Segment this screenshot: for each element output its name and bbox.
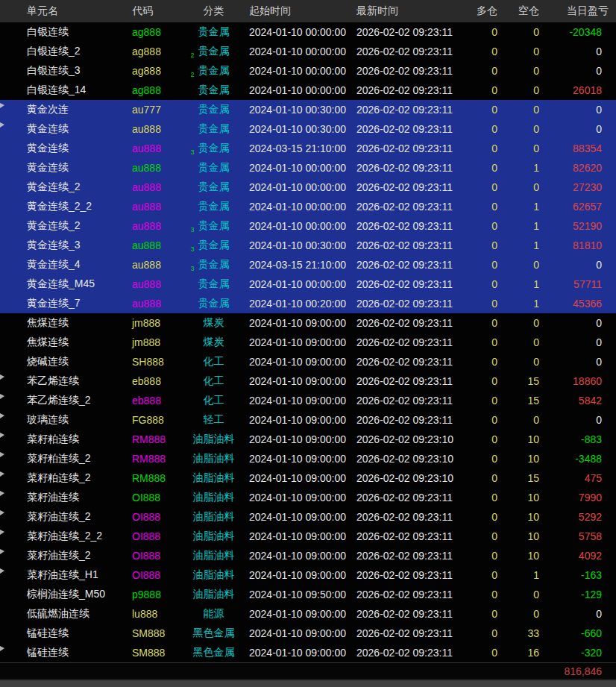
unit-name-cell: 焦煤连续 <box>27 336 69 348</box>
daily-pnl-cell: 0 <box>542 336 616 348</box>
start-time-cell: 2024-01-10 00:00:00 <box>248 26 356 38</box>
long-pos-cell: 0 <box>462 433 500 445</box>
unit-name-cell: 白银连续_14 <box>27 84 86 95</box>
latest-time-cell: 2026-02-02 09:23:11 <box>356 142 462 154</box>
unit-name-cell: 菜籽油连续_2 <box>27 510 91 522</box>
short-pos-cell: 0 <box>500 414 542 426</box>
short-pos-cell: 1 <box>500 569 542 581</box>
daily-pnl-cell: 475 <box>542 472 616 484</box>
latest-time-cell: 2026-02-02 09:23:11 <box>356 356 462 368</box>
table-row[interactable]: 黄金连续_4 au888 3 贵金属 2024-03-15 21:10:00 2… <box>0 255 616 275</box>
table-row[interactable]: 黄金连续_M45 au888 贵金属 2024-01-10 00:00:00 2… <box>0 275 616 294</box>
long-pos-cell: 0 <box>462 181 500 193</box>
short-pos-cell: 1 <box>500 162 542 174</box>
bottom-scrollbar[interactable] <box>0 680 616 687</box>
code-cell: OI888 <box>132 569 160 581</box>
unit-name-cell: 苯乙烯连续_2 <box>27 394 91 406</box>
latest-time-cell: 2026-02-02 09:23:11 <box>356 162 462 174</box>
table-row[interactable]: 低硫燃油连续 lu888 能源 2024-01-10 09:00:00 2026… <box>0 604 616 624</box>
table-row[interactable]: 烧碱连续 SH888 化工 2024-01-10 09:00:00 2026-0… <box>0 352 616 371</box>
short-pos-cell: 1 <box>500 239 542 251</box>
table-row[interactable]: 菜籽粕连续 RM888 油脂油料 2024-01-10 09:00:00 202… <box>0 430 616 449</box>
table-row[interactable]: 棕榈油连续_M50 p9888 油脂油料 2024-01-10 09:50:00… <box>0 585 616 604</box>
short-pos-cell: 1 <box>500 201 542 213</box>
col-header-short-pos[interactable]: 空仓 <box>500 4 542 18</box>
row-pointer-icon <box>0 549 4 554</box>
daily-pnl-cell: 0 <box>542 608 616 620</box>
table-row[interactable]: 黄金连续 au888 贵金属 2024-01-10 00:00:00 2026-… <box>0 158 616 178</box>
col-header-start-time[interactable]: 起始时间 <box>248 4 356 18</box>
latest-time-cell: 2026-02-02 09:23:10 <box>356 433 462 445</box>
latest-time-cell: 2026-02-02 09:23:11 <box>356 589 462 600</box>
unit-name-cell: 苯乙烯连续 <box>27 374 79 386</box>
table-row[interactable]: 玻璃连续 FG888 轻工 2024-01-10 09:00:00 2026-0… <box>0 410 616 430</box>
table-row[interactable]: 白银连续_3 ag888 2 贵金属 2024-01-10 00:00:00 2… <box>0 61 616 81</box>
table-row[interactable]: 白银连续 ag888 贵金属 2024-01-10 00:00:00 2026-… <box>0 22 616 42</box>
long-pos-cell: 0 <box>462 589 500 600</box>
table-row[interactable]: 焦煤连续 jm888 煤炭 2024-01-10 09:00:00 2026-0… <box>0 333 616 352</box>
category-sub-number: 3 <box>191 149 195 155</box>
category-label: 油脂油料 <box>193 549 235 561</box>
col-header-daily-pnl[interactable]: 当日盈亏 <box>542 4 616 18</box>
code-cell: jm888 <box>132 336 160 348</box>
row-pointer-icon <box>0 530 4 535</box>
code-cell: au888 <box>132 220 161 232</box>
latest-time-cell: 2026-02-02 09:23:11 <box>356 530 462 542</box>
table-row[interactable]: 苯乙烯连续 eb888 化工 2024-01-10 09:00:00 2026-… <box>0 371 616 391</box>
col-header-unit-name[interactable]: 单元名 <box>0 4 131 18</box>
category-sub-number: 3 <box>191 266 195 272</box>
table-row[interactable]: 黄金连续_3 au888 3 贵金属 2024-01-10 00:30:00 2… <box>0 236 616 255</box>
table-row[interactable]: 菜籽油连续_2_2 OI888 油脂油料 2024-01-10 09:00:00… <box>0 527 616 546</box>
long-pos-cell: 0 <box>462 375 500 387</box>
latest-time-cell: 2026-02-02 09:23:11 <box>356 298 462 310</box>
col-header-code[interactable]: 代码 <box>131 4 179 18</box>
short-pos-cell: 0 <box>500 26 542 38</box>
latest-time-cell: 2026-02-02 09:23:11 <box>356 395 462 407</box>
table-row[interactable]: 黄金连续 au888 贵金属 2024-01-10 00:30:00 2026-… <box>0 119 616 139</box>
code-cell: lu888 <box>132 608 157 620</box>
table-row[interactable]: 黄金连续_2_2 au888 贵金属 2024-01-10 00:00:00 2… <box>0 197 616 216</box>
latest-time-cell: 2026-02-02 09:23:11 <box>356 26 462 38</box>
table-row[interactable]: 菜籽油连续 OI888 油脂油料 2024-01-10 09:00:00 202… <box>0 488 616 507</box>
category-label: 油脂油料 <box>193 530 235 542</box>
table-row[interactable]: 黄金次连 au777 贵金属 2024-01-10 00:30:00 2026-… <box>0 100 616 119</box>
col-header-latest-time[interactable]: 最新时间 <box>356 4 462 18</box>
table-row[interactable]: 黄金连续_2 au888 3 贵金属 2024-01-10 00:00:00 2… <box>0 216 616 236</box>
table-row[interactable]: 菜籽油连续_2 OI888 油脂油料 2024-01-10 09:00:00 2… <box>0 546 616 565</box>
category-label: 煤炭 <box>204 336 224 348</box>
table-row[interactable]: 菜籽油连续_H1 OI888 油脂油料 2024-01-10 09:00:00 … <box>0 565 616 585</box>
table-row[interactable]: 黄金连续 au888 3 贵金属 2024-03-15 21:10:00 202… <box>0 139 616 158</box>
long-pos-cell: 0 <box>462 550 500 562</box>
table-row[interactable]: 白银连续_14 ag888 贵金属 2024-01-10 00:00:00 20… <box>0 81 616 100</box>
row-pointer-icon <box>0 568 4 574</box>
row-pointer-icon <box>0 394 4 399</box>
table-row[interactable]: 菜籽粕连续_2 RM888 油脂油料 2024-01-10 09:00:00 2… <box>0 449 616 468</box>
category-label: 贵金属 <box>198 122 230 134</box>
row-pointer-icon <box>0 510 4 515</box>
col-header-category[interactable]: 分类 <box>179 4 248 18</box>
daily-pnl-cell: 57711 <box>542 278 616 290</box>
table-row[interactable]: 菜籽粕连续_2 RM888 油脂油料 2024-01-10 09:00:00 2… <box>0 468 616 488</box>
table-row[interactable]: 苯乙烯连续_2 eb888 化工 2024-01-10 09:00:00 202… <box>0 391 616 410</box>
col-header-long-pos[interactable]: 多仓 <box>462 4 500 18</box>
latest-time-cell: 2026-02-02 09:23:11 <box>356 647 462 659</box>
category-label: 能源 <box>204 607 224 619</box>
table-row[interactable]: 黄金连续_7 au888 贵金属 2024-01-10 00:20:00 202… <box>0 294 616 313</box>
daily-pnl-cell: 26018 <box>542 84 616 96</box>
table-row[interactable]: 菜籽油连续_2 OI888 油脂油料 2024-01-10 09:00:00 2… <box>0 507 616 527</box>
code-cell: p9888 <box>132 589 161 600</box>
code-cell: SM888 <box>132 647 165 659</box>
category-label: 贵金属 <box>198 258 230 270</box>
row-pointer-icon <box>0 491 4 496</box>
category-label: 贵金属 <box>198 84 230 95</box>
table-row[interactable]: 焦煤连续 jm888 煤炭 2024-01-10 09:00:00 2026-0… <box>0 313 616 333</box>
table-row[interactable]: 白银连续_2 ag888 2 贵金属 2024-01-10 00:00:00 2… <box>0 42 616 61</box>
table-row[interactable]: 锰硅连续 SM888 黑色金属 2024-01-10 09:00:00 2026… <box>0 624 616 643</box>
daily-pnl-cell: -129 <box>542 589 616 600</box>
start-time-cell: 2024-01-10 09:00:00 <box>248 492 356 504</box>
start-time-cell: 2024-01-10 00:00:00 <box>248 201 356 213</box>
table-row[interactable]: 锰硅连续 SM888 黑色金属 2024-01-10 09:00:00 2026… <box>0 643 616 662</box>
table-row[interactable]: 黄金连续_2 au888 贵金属 2024-01-10 00:00:00 202… <box>0 178 616 197</box>
category-label: 油脂油料 <box>193 452 235 464</box>
category-label: 贵金属 <box>198 103 230 115</box>
